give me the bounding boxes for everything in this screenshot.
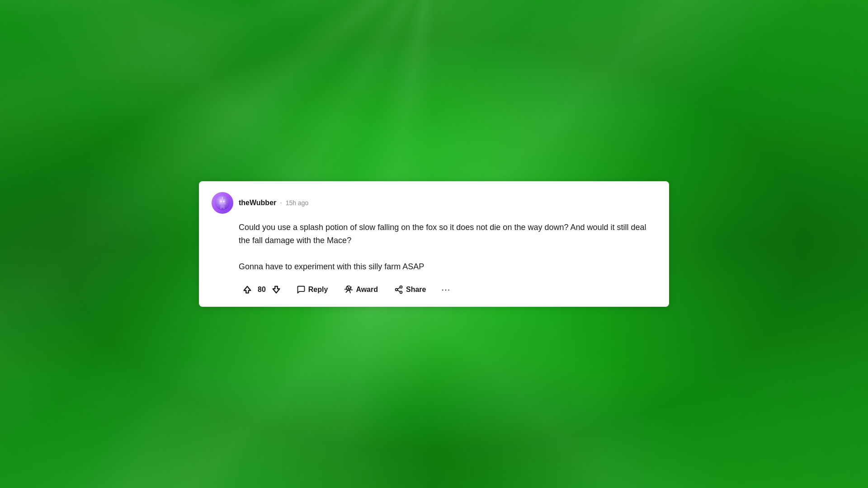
comment-meta: theWubber · 15h ago bbox=[239, 199, 308, 207]
vote-count: 80 bbox=[258, 286, 266, 294]
timestamp: 15h ago bbox=[286, 199, 309, 206]
more-icon: ··· bbox=[442, 284, 451, 295]
svg-rect-6 bbox=[220, 205, 225, 208]
more-options-button[interactable]: ··· bbox=[438, 282, 454, 298]
comment-card: theWubber · 15h ago Could you use a spla… bbox=[199, 181, 669, 306]
share-button[interactable]: Share bbox=[390, 282, 430, 297]
svg-rect-7 bbox=[220, 208, 222, 209]
downvote-icon bbox=[271, 285, 281, 295]
svg-rect-8 bbox=[223, 208, 225, 209]
downvote-button[interactable] bbox=[268, 282, 285, 297]
award-label: Award bbox=[356, 286, 378, 294]
dot-separator: · bbox=[280, 199, 282, 207]
comment-actions: 80 Repl bbox=[239, 282, 656, 298]
award-icon bbox=[344, 285, 353, 294]
upvote-icon bbox=[242, 285, 252, 295]
svg-line-13 bbox=[397, 290, 400, 291]
comment-header: theWubber · 15h ago bbox=[212, 192, 656, 214]
award-button[interactable]: Award bbox=[340, 282, 382, 297]
share-label: Share bbox=[406, 286, 426, 294]
reply-button[interactable]: Reply bbox=[292, 282, 333, 297]
svg-point-5 bbox=[222, 197, 223, 198]
reply-icon bbox=[297, 285, 306, 294]
comment-body: Could you use a splash potion of slow fa… bbox=[239, 221, 656, 297]
share-icon bbox=[394, 285, 403, 294]
reply-label: Reply bbox=[308, 286, 328, 294]
comment-text: Could you use a splash potion of slow fa… bbox=[239, 221, 656, 273]
upvote-button[interactable] bbox=[239, 282, 256, 297]
page-center: theWubber · 15h ago Could you use a spla… bbox=[0, 0, 868, 488]
svg-line-14 bbox=[397, 287, 400, 289]
svg-point-2 bbox=[220, 201, 222, 202]
svg-rect-1 bbox=[219, 199, 226, 205]
avatar bbox=[212, 192, 233, 214]
username[interactable]: theWubber bbox=[239, 199, 276, 207]
svg-point-3 bbox=[223, 201, 225, 202]
